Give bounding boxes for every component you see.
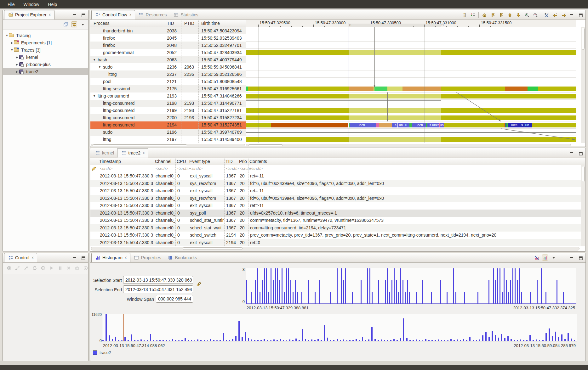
minimize-icon[interactable] [568, 150, 574, 156]
event-row-sched_switch[interactable]: 2012-03-13 15:50:47.330 328 243channel0_… [90, 232, 585, 239]
view-menu-icon[interactable] [80, 21, 86, 27]
gantt-row-lttng-consumerd-2193[interactable] [246, 92, 576, 100]
gantt-row-lttng-consumerd-2194[interactable]: ioctlsunuioctlsunknounioctlsun [246, 121, 576, 129]
tab-trace2[interactable]: trace2 ☓ [117, 148, 148, 158]
column-divider[interactable] [175, 158, 176, 246]
twisty-expanded-icon[interactable]: ▼ [93, 94, 97, 98]
maximize-icon[interactable] [578, 150, 584, 156]
gantt-row-firefox-2045[interactable] [246, 34, 576, 42]
vertical-scrollbar[interactable] [581, 27, 585, 143]
zoom-out-icon[interactable] [532, 12, 538, 18]
minimize-icon[interactable] [71, 255, 77, 261]
search-input-tid[interactable]: <srch> [226, 166, 239, 171]
close-icon[interactable]: ☓ [125, 255, 127, 260]
events-column-tid[interactable]: TID [225, 159, 233, 164]
tree-item-kernel[interactable]: ▶kernel [3, 53, 88, 61]
gantt-row-lttng-consumerd-2199[interactable] [246, 107, 576, 114]
process-row-lttng-consumerd-2199[interactable]: lttng-consumerd2199219315:50:47.31522718… [90, 107, 246, 114]
column-divider[interactable] [188, 158, 188, 246]
event-row-sched_stat_wait[interactable]: 2012-03-13 15:50:47.330 327 647channel0_… [90, 224, 585, 232]
twisty-collapsed-icon[interactable]: ▶ [15, 70, 19, 73]
twisty-collapsed-icon[interactable]: ▶ [10, 41, 14, 44]
play-circle-icon[interactable] [40, 265, 46, 271]
search-input-contents[interactable]: <srch> [250, 166, 263, 171]
home-icon[interactable] [481, 12, 487, 18]
process-row-lttng-consumerd-2194[interactable]: lttng-consumerd219415:50:47.315274351 [90, 121, 246, 129]
hist2-plot[interactable] [102, 314, 577, 341]
scrollbar-thumb[interactable] [582, 166, 585, 182]
vertical-scrollbar[interactable] [581, 165, 585, 246]
horizontal-scrollbar[interactable] [91, 247, 579, 250]
scrollbar-thumb[interactable] [582, 28, 585, 50]
horizontal-scrollbar[interactable] [91, 144, 245, 146]
close-icon[interactable]: ☓ [129, 13, 132, 17]
tab-project-explorer[interactable]: Project Explorer ☓ [4, 10, 54, 20]
scrollbar-thumb[interactable] [248, 144, 283, 146]
process-row-gnome-terminal-2052[interactable]: gnome-terminal205215:50:47.328403934 [90, 49, 246, 56]
selection-line[interactable] [349, 27, 349, 143]
process-row-sudo-2236[interactable]: ▼sudo2236206315:50:59.045096841 [90, 63, 246, 70]
tree-item-experiments-1-[interactable]: ▶Experiments [1] [3, 39, 88, 46]
column-header-tid[interactable]: TID [167, 21, 174, 26]
column-header-ptid[interactable]: PTID [184, 21, 194, 26]
event-row-sched_stat_runtime[interactable]: 2012-03-13 15:50:47.330 325 927channel0_… [90, 217, 585, 224]
follow-next-icon[interactable] [561, 12, 567, 18]
link-editor-icon[interactable] [71, 21, 77, 27]
connect-new-icon[interactable] [14, 265, 20, 271]
search-input-event-type[interactable]: <srch> [190, 166, 203, 171]
process-row-sudo-2196[interactable]: sudo219615:50:47.399740769 [90, 129, 246, 136]
process-row-thunderbird-bin-2038[interactable]: thunderbird-bin203815:50:47.503423094 [90, 27, 246, 34]
column-divider[interactable] [248, 158, 248, 246]
process-row-lttng-sessiond-2175[interactable]: lttng-sessiond217515:50:47.316925661 [90, 85, 246, 92]
twisty-collapsed-icon[interactable]: ▶ [15, 56, 19, 59]
column-divider[interactable] [238, 158, 238, 246]
process-row-pool-2121[interactable]: pool212115:50:51.803808548 [90, 78, 246, 85]
minimize-icon[interactable] [71, 12, 77, 18]
menu-help[interactable]: Help [44, 1, 61, 8]
gantt-row-lttng-consumerd-2200[interactable] [246, 114, 576, 121]
close-icon[interactable]: ☓ [31, 255, 34, 260]
tree-item-trace2[interactable]: ▶trace2 [3, 68, 88, 75]
column-divider[interactable] [154, 158, 154, 246]
event-row-sys_recvfrom[interactable]: 2012-03-13 15:50:47.330 314 415channel0_… [90, 195, 585, 202]
maximize-icon[interactable] [578, 255, 584, 261]
selection-start-field[interactable]: 2012-03-13 15:50:47.330 320 069 [123, 276, 193, 284]
delete-icon[interactable] [66, 265, 71, 271]
play-icon[interactable] [49, 265, 54, 271]
twisty-expanded-icon[interactable]: ▼ [5, 34, 9, 37]
tab-properties[interactable]: Properties [130, 253, 164, 262]
gantt-row-lttng-2197[interactable] [246, 136, 576, 143]
view-menu-icon[interactable] [551, 255, 557, 261]
menu-window[interactable]: Window [20, 1, 43, 8]
events-header[interactable]: TimestampChannelCPUEvent typeTIDPrioCont… [90, 158, 585, 165]
minimize-icon[interactable] [568, 12, 574, 18]
tab-statistics[interactable]: Statistics [170, 10, 201, 20]
process-row-lttng-2237[interactable]: lttng2237223615:50:59.052126586 [90, 70, 246, 78]
event-row-exit_syscall[interactable]: 2012-03-13 15:50:47.330 315 574channel0_… [90, 202, 585, 210]
events-search-row[interactable]: <srch><srch><srch><srch><srch><srch><src… [90, 165, 585, 172]
next-marker-icon[interactable] [498, 12, 504, 18]
events-column-prio[interactable]: Prio [239, 159, 247, 164]
events-column-channel[interactable]: Channel [155, 159, 171, 164]
gantt-row-sudo-2196[interactable] [246, 129, 576, 136]
gantt-row-thunderbird-bin[interactable] [246, 27, 576, 34]
process-row-firefox-2045[interactable]: firefox204515:50:52.032539403 [90, 34, 246, 42]
gantt-row-pool[interactable] [246, 78, 576, 85]
process-row-lttng-consumerd-2198[interactable]: lttng-consumerd2198219315:50:47.31449077… [90, 100, 246, 107]
column-divider[interactable] [198, 20, 199, 143]
show-legend-icon[interactable] [470, 12, 476, 18]
events-column-cpu[interactable]: CPU [177, 159, 186, 164]
connect-icon[interactable] [23, 265, 29, 271]
events-column-timestamp[interactable]: Timestamp [99, 159, 121, 164]
tab-control[interactable]: Control ☓ [4, 253, 37, 262]
search-input-channel[interactable]: <srch> [156, 166, 168, 171]
arrow-down-icon[interactable] [515, 12, 521, 18]
column-header-birth-time[interactable]: Birth time [201, 21, 220, 26]
event-row-exit_syscall[interactable]: 2012-03-13 15:50:47.330 305 987channel0_… [90, 187, 585, 195]
twisty-expanded-icon[interactable]: ▼ [93, 58, 97, 61]
align-events-icon[interactable] [461, 12, 467, 18]
event-row-sys_poll[interactable]: 2012-03-13 15:50:47.330 321 437channel0_… [90, 210, 585, 217]
close-icon[interactable]: ☓ [143, 151, 145, 155]
window-span-field[interactable]: 000.002 985 444 [156, 295, 193, 303]
refresh-icon[interactable] [31, 265, 37, 271]
